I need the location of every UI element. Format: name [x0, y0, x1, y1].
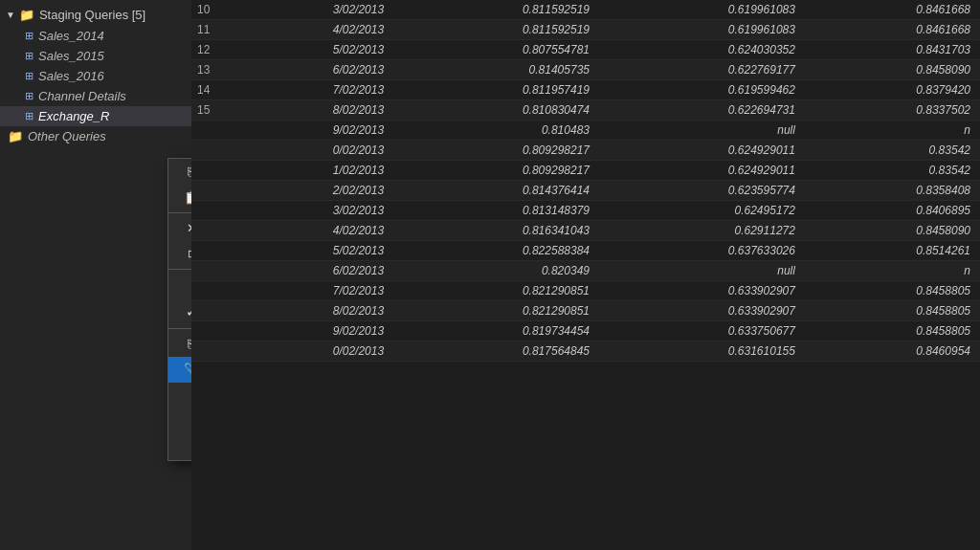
- sidebar-item-sales2016[interactable]: ⊞ Sales_2016: [0, 66, 191, 86]
- row-col3: 0.8458090: [805, 221, 980, 241]
- table-row: 3/02/2013 0.813148379 0.62495172 0.84068…: [191, 201, 980, 221]
- folder-other-icon: 📁: [8, 129, 23, 143]
- row-number: [191, 141, 226, 161]
- sidebar-item-label: Sales_2015: [38, 49, 104, 63]
- staging-queries-group[interactable]: ▼ 📁 Staging Queries [5]: [0, 4, 191, 26]
- table-row: 2/02/2013 0.814376414 0.623595774 0.8358…: [191, 181, 980, 201]
- context-menu: ⎘ Copy 📋 Paste ✕ Delete ⊡ Rename Enable …: [167, 158, 191, 461]
- row-date: 2/02/2013: [226, 181, 393, 201]
- row-col3: 0.8458090: [805, 60, 980, 80]
- row-number: [191, 121, 226, 141]
- row-number: [191, 261, 226, 281]
- table-row: 0/02/2013 0.817564845 0.631610155 0.8460…: [191, 341, 980, 362]
- row-col2: 0.62911272: [599, 221, 805, 241]
- row-col3: 0.8406895: [805, 201, 980, 221]
- row-number: [191, 241, 226, 261]
- sidebar-item-sales2015[interactable]: ⊞ Sales_2015: [0, 46, 191, 66]
- row-number: 12: [191, 40, 226, 60]
- table-row: 11 4/02/2013 0.811592519 0.619961083 0.8…: [191, 20, 980, 40]
- folder-icon: 📁: [19, 8, 34, 22]
- delete-icon: ✕: [182, 221, 191, 235]
- menu-item-copy[interactable]: ⎘ Copy: [168, 159, 191, 185]
- table-row: 5/02/2013 0.822588384 0.637633026 0.8514…: [191, 241, 980, 261]
- row-date: 5/02/2013: [226, 40, 393, 60]
- menu-item-paste[interactable]: 📋 Paste: [168, 185, 191, 210]
- row-col3: 0.8358408: [805, 181, 980, 201]
- menu-item-move-down[interactable]: Move Down: [168, 434, 191, 460]
- row-date: 6/02/2013: [226, 60, 393, 80]
- table-row: 7/02/2013 0.821290851 0.633902907 0.8458…: [191, 281, 980, 301]
- row-col1: 0.814376414: [393, 181, 599, 201]
- row-col1: 0.816341043: [393, 221, 599, 241]
- row-col2: 0.622769177: [599, 60, 805, 80]
- row-col2: 0.637633026: [599, 241, 805, 261]
- rename-icon: ⊡: [182, 248, 191, 260]
- row-col3: 0.83542: [805, 161, 980, 181]
- row-number: [191, 281, 226, 301]
- sidebar-item-other-queries[interactable]: 📁 Other Queries: [0, 126, 191, 146]
- row-col1: 0.810483: [393, 121, 599, 141]
- row-col1: 0.809298217: [393, 141, 599, 161]
- row-col1: 0.819734454: [393, 321, 599, 341]
- reference-icon: 📎: [182, 363, 191, 377]
- row-number: [191, 341, 226, 362]
- menu-separator-1: [168, 212, 191, 213]
- row-col1: 0.811592519: [393, 20, 599, 40]
- row-date: 1/02/2013: [226, 161, 393, 181]
- row-number: [191, 321, 226, 341]
- menu-separator-3: [168, 328, 191, 329]
- row-col2: 0.624030352: [599, 40, 805, 60]
- table-row: 8/02/2013 0.821290851 0.633902907 0.8458…: [191, 301, 980, 321]
- sidebar-item-label: Other Queries: [28, 129, 106, 143]
- menu-item-enable-load[interactable]: Enable load: [168, 272, 191, 297]
- row-date: 0/02/2013: [226, 341, 393, 362]
- table-icon: ⊞: [25, 90, 33, 102]
- row-date: 7/02/2013: [226, 281, 393, 301]
- menu-item-move-up[interactable]: Move Up: [168, 408, 191, 434]
- row-number: [191, 181, 226, 201]
- menu-item-delete[interactable]: ✕ Delete: [168, 215, 191, 241]
- row-col3: n: [805, 261, 980, 281]
- row-col1: 0.822588384: [393, 241, 599, 261]
- row-number: 15: [191, 100, 226, 121]
- sidebar-item-channel-details[interactable]: ⊞ Channel Details: [0, 86, 191, 106]
- sidebar-item-label: Sales_2016: [38, 69, 104, 83]
- menu-item-duplicate[interactable]: ⎘ Duplicate: [168, 331, 191, 357]
- row-col3: n: [805, 121, 980, 141]
- sidebar-item-sales2014[interactable]: ⊞ Sales_2014: [0, 26, 191, 46]
- row-col3: 0.8514261: [805, 241, 980, 261]
- row-date: 4/02/2013: [226, 20, 393, 40]
- row-col2: 0.619961083: [599, 20, 805, 40]
- row-date: 3/02/2013: [226, 0, 393, 20]
- row-date: 9/02/2013: [226, 321, 393, 341]
- table-icon: ⊞: [25, 110, 33, 122]
- row-col1: 0.817564845: [393, 341, 599, 362]
- row-date: 9/02/2013: [226, 121, 393, 141]
- row-col1: 0.811957419: [393, 80, 599, 100]
- row-col2: 0.623595774: [599, 181, 805, 201]
- row-date: 0/02/2013: [226, 141, 393, 161]
- table-row: 12 5/02/2013 0.807554781 0.624030352 0.8…: [191, 40, 980, 60]
- menu-item-move-to-group[interactable]: Move To Group ▶: [168, 383, 191, 408]
- table-row: 10 3/02/2013 0.811592519 0.619961083 0.8…: [191, 0, 980, 20]
- row-col1: 0.807554781: [393, 40, 599, 60]
- menu-item-include-report[interactable]: ✓ Include in report refresh: [168, 297, 191, 326]
- row-col3: 0.8458805: [805, 321, 980, 341]
- staging-queries-label: Staging Queries [5]: [39, 8, 145, 22]
- row-col3: 0.8458805: [805, 301, 980, 321]
- row-number: [191, 201, 226, 221]
- table-icon: ⊞: [25, 50, 33, 62]
- main-content: 10 3/02/2013 0.811592519 0.619961083 0.8…: [191, 0, 980, 550]
- row-date: 5/02/2013: [226, 241, 393, 261]
- row-number: [191, 221, 226, 241]
- table-icon: ⊞: [25, 70, 33, 82]
- table-row: 4/02/2013 0.816341043 0.62911272 0.84580…: [191, 221, 980, 241]
- sidebar-item-exchange-r[interactable]: ⊞ Exchange_R: [0, 106, 191, 126]
- table-row: 15 8/02/2013 0.810830474 0.622694731 0.8…: [191, 100, 980, 121]
- menu-item-rename[interactable]: ⊡ Rename: [168, 241, 191, 267]
- menu-item-reference[interactable]: 📎 Reference ↖: [168, 357, 191, 383]
- sidebar-item-label: Sales_2014: [38, 29, 104, 43]
- menu-separator-2: [168, 269, 191, 270]
- row-date: 7/02/2013: [226, 80, 393, 100]
- copy-icon: ⎘: [182, 165, 191, 179]
